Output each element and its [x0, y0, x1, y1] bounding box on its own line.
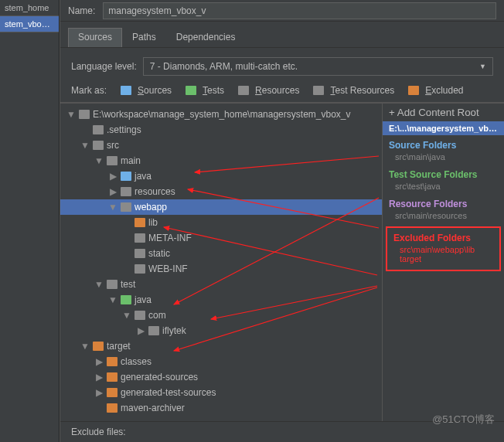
tree-label: test	[121, 279, 135, 290]
watermark: @51CTO博客	[432, 413, 495, 427]
expand-down-icon[interactable]: ▼	[108, 202, 117, 212]
folder-icon	[107, 357, 117, 366]
content-root-path[interactable]: E:\...\managersystem_vbox_v	[383, 121, 504, 135]
expand-right-icon[interactable]: ▶	[94, 387, 104, 398]
tree-label: java	[135, 171, 152, 182]
expand-right-icon[interactable]: ▶	[108, 171, 117, 182]
folder-icon	[121, 187, 131, 196]
section-title: Resource Folders	[383, 194, 504, 209]
tree-node-main[interactable]: ▼main	[60, 153, 382, 168]
tree-label: iflytek	[162, 325, 186, 336]
section-title: Excluded Folders	[387, 228, 499, 243]
tree-node-web-inf[interactable]: WEB-INF	[60, 261, 382, 277]
folder-icon	[238, 86, 249, 95]
module-name-input[interactable]	[103, 2, 496, 19]
expand-down-icon[interactable]: ▼	[94, 279, 104, 290]
tree-node-maven-archiver[interactable]: maven-archiver	[60, 400, 382, 416]
expand-down-icon[interactable]: ▼	[122, 310, 131, 321]
expand-right-icon[interactable]: ▶	[94, 372, 104, 382]
language-level-select[interactable]: 7 - Diamonds, ARM, multi-catch etc. ▼	[143, 57, 493, 76]
main-panel: Name: SourcesPathsDependencies Language …	[60, 0, 504, 442]
tree-node-gensrc[interactable]: ▶generated-sources	[60, 369, 382, 385]
folder-icon	[121, 172, 131, 181]
exclude-files-label: Exclude files:	[71, 427, 126, 437]
section-items: src\main\resources	[383, 209, 504, 223]
mark-tests[interactable]: Tests	[182, 85, 224, 96]
folder-path[interactable]: src\main\webapp\lib	[400, 245, 493, 254]
tree-node-main-resources[interactable]: ▶resources	[60, 184, 382, 199]
tree-node-classes[interactable]: ▶classes	[60, 354, 382, 369]
expand-down-icon[interactable]: ▼	[80, 341, 90, 352]
mark-sources[interactable]: Sources	[117, 85, 172, 96]
mark-label: Tests	[203, 85, 224, 96]
tree-label: lib	[148, 217, 158, 228]
expand-right-icon[interactable]: ▶	[108, 186, 117, 197]
tree-node-com[interactable]: ▼com	[60, 308, 382, 323]
expand-right-icon[interactable]: ▶	[136, 325, 145, 336]
left-tab-strip: stem_homestem_vbox_v	[0, 0, 60, 442]
tree-node-iflytek[interactable]: ▶iflytek	[60, 323, 382, 338]
tree-node-main-java[interactable]: ▶java	[60, 168, 382, 184]
tree-node-lib[interactable]: lib	[60, 215, 382, 230]
mark-resources[interactable]: Resources	[235, 85, 299, 96]
tab-paths[interactable]: Paths	[122, 28, 166, 47]
expand-right-icon[interactable]: ▶	[94, 356, 104, 367]
folder-icon	[135, 264, 145, 274]
folder-icon	[121, 202, 131, 212]
folder-path[interactable]: target	[400, 254, 493, 264]
expand-down-icon[interactable]: ▼	[108, 294, 117, 305]
chevron-down-icon: ▼	[479, 63, 486, 70]
tab-sources[interactable]: Sources	[68, 28, 122, 47]
tree-node-target[interactable]: ▼target	[60, 338, 382, 354]
mark-label: Excluded	[425, 85, 463, 96]
folder-path[interactable]: src\main\java	[395, 152, 498, 162]
mark-as-label: Mark as:	[71, 85, 107, 96]
folder-icon	[93, 141, 104, 150]
folder-icon	[313, 86, 324, 95]
tree-node-test[interactable]: ▼test	[60, 277, 382, 292]
tree-label: maven-archiver	[121, 403, 185, 413]
content-root-panel: + Add Content RootE:\...\managersystem_v…	[382, 104, 504, 421]
expand-down-icon[interactable]: ▼	[80, 140, 90, 151]
name-label: Name:	[68, 5, 95, 16]
tab-dependencies[interactable]: Dependencies	[166, 28, 246, 47]
folder-icon	[93, 125, 104, 134]
folder-icon	[107, 156, 117, 165]
folder-tree[interactable]: ▼E:\workspace\manage_system_home\manager…	[60, 104, 382, 421]
tree-label: com	[148, 310, 166, 321]
tree-node-meta-inf[interactable]: META-INF	[60, 230, 382, 246]
tree-label: resources	[135, 186, 175, 197]
folder-icon	[107, 280, 117, 289]
folder-icon	[93, 342, 104, 351]
folder-path[interactable]: src\main\resources	[395, 211, 498, 220]
expand-down-icon[interactable]: ▼	[94, 155, 104, 166]
mark-excluded[interactable]: Excluded	[405, 85, 463, 96]
section-title: Source Folders	[383, 135, 504, 151]
tab-bar: SourcesPathsDependencies	[60, 28, 504, 48]
tree-node-root[interactable]: ▼E:\workspace\manage_system_home\manager…	[60, 107, 382, 122]
tree-label: src	[107, 140, 119, 151]
folder-icon	[121, 295, 131, 304]
name-row: Name:	[60, 0, 504, 22]
tree-label: webapp	[135, 202, 167, 212]
folder-path[interactable]: src\test\java	[395, 182, 498, 191]
tree-label: classes	[121, 356, 152, 367]
add-content-root-button[interactable]: + Add Content Root	[383, 104, 504, 121]
tree-node-test-java[interactable]: ▼java	[60, 292, 382, 308]
folder-icon	[79, 110, 90, 119]
folder-icon	[135, 218, 145, 227]
tree-node-static[interactable]: static	[60, 246, 382, 261]
content-area: ▼E:\workspace\manage_system_home\manager…	[60, 103, 504, 421]
mark-as-row: Mark as: SourcesTestsResourcesTest Resou…	[60, 85, 504, 103]
tree-node-src[interactable]: ▼src	[60, 138, 382, 153]
expand-down-icon[interactable]: ▼	[66, 109, 76, 120]
tree-node-gentestsrc[interactable]: ▶generated-test-sources	[60, 385, 382, 400]
mark-test-resources[interactable]: Test Resources	[310, 85, 394, 96]
tree-node-settings[interactable]: .settings	[60, 122, 382, 138]
section-items: src\main\java	[383, 151, 504, 165]
folder-icon	[148, 326, 159, 335]
left-tab[interactable]: stem_home	[0, 0, 59, 16]
left-tab[interactable]: stem_vbox_v	[0, 16, 59, 32]
tree-node-webapp[interactable]: ▼webapp	[60, 199, 382, 215]
folder-icon	[186, 86, 196, 95]
